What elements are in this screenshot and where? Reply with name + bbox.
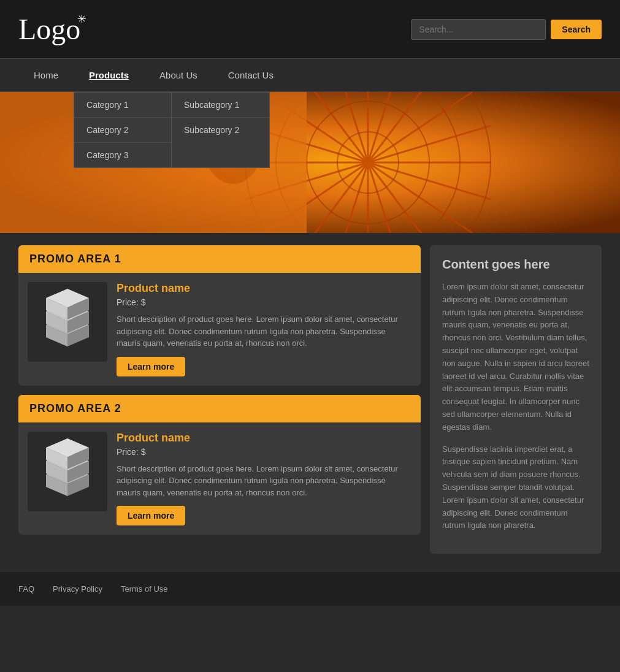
dropdown-col-1: Category 1 Category 2 Category 3 <box>74 92 172 168</box>
nav-products-wrapper: Products Category 1 Category 2 Category … <box>74 58 144 92</box>
promo-area-2: PROMO AREA 2 <box>18 395 421 535</box>
product-info-1: Product name Price: $ Short description … <box>117 282 411 376</box>
footer: FAQ Privacy Policy Terms of Use <box>0 572 620 606</box>
logo: Logo✳ <box>18 12 80 46</box>
sidebar-text-1: Lorem ipsum dolor sit amet, consectetur … <box>442 281 589 434</box>
dropdown-subcategory-1[interactable]: Subcategory 1 <box>172 93 269 118</box>
logo-star: ✳ <box>77 12 86 26</box>
products-dropdown: Category 1 Category 2 Category 3 Subcate… <box>74 92 270 168</box>
nav-about[interactable]: About Us <box>144 58 213 92</box>
main-content: PROMO AREA 1 <box>0 233 620 566</box>
promo-area-1: PROMO AREA 1 <box>18 245 421 386</box>
logo-text: Logo <box>18 13 80 45</box>
nav-contact[interactable]: Contact Us <box>213 58 289 92</box>
search-input[interactable] <box>411 19 546 40</box>
dropdown-subcategory-2[interactable]: Subcategory 2 <box>172 118 269 142</box>
promo-title-1: PROMO AREA 1 <box>29 253 121 265</box>
product-name-1: Product name <box>117 282 411 295</box>
promo-header-2: PROMO AREA 2 <box>18 395 421 422</box>
header: Logo✳ Search <box>0 0 620 58</box>
footer-terms[interactable]: Terms of Use <box>121 584 168 594</box>
search-button[interactable]: Search <box>551 20 602 39</box>
search-area: Search <box>411 19 602 40</box>
footer-privacy[interactable]: Privacy Policy <box>53 584 102 594</box>
nav-home[interactable]: Home <box>18 58 74 92</box>
product-price-2: Price: $ <box>117 447 411 457</box>
product-desc-1: Short description of product goes here. … <box>117 313 411 349</box>
promo-header-1: PROMO AREA 1 <box>18 245 421 273</box>
product-name-2: Product name <box>117 432 411 445</box>
product-price-1: Price: $ <box>117 297 411 307</box>
learn-more-button-2[interactable]: Learn more <box>117 506 185 525</box>
nav-products[interactable]: Products <box>74 58 144 92</box>
promo-column: PROMO AREA 1 <box>18 245 421 554</box>
sidebar-title: Content goes here <box>442 258 589 272</box>
footer-faq[interactable]: FAQ <box>18 584 34 594</box>
main-nav: Home Products Category 1 Category 2 Cate… <box>0 58 620 92</box>
product-image-2 <box>28 432 107 511</box>
dropdown-category-2[interactable]: Category 2 <box>74 118 171 143</box>
dropdown-category-1[interactable]: Category 1 <box>74 93 171 118</box>
product-image-1 <box>28 282 107 362</box>
learn-more-button-1[interactable]: Learn more <box>117 357 185 376</box>
product-desc-2: Short description of product goes here. … <box>117 463 411 499</box>
promo-title-2: PROMO AREA 2 <box>29 402 121 414</box>
dropdown-category-3[interactable]: Category 3 <box>74 143 171 167</box>
promo-body-1: Product name Price: $ Short description … <box>18 273 421 386</box>
dropdown-col-2: Subcategory 1 Subcategory 2 <box>172 92 270 168</box>
sidebar: Content goes here Lorem ipsum dolor sit … <box>430 245 602 554</box>
sidebar-text-2: Suspendisse lacinia imperdiet erat, a tr… <box>442 443 589 533</box>
promo-body-2: Product name Price: $ Short description … <box>18 422 421 535</box>
product-info-2: Product name Price: $ Short description … <box>117 432 411 526</box>
